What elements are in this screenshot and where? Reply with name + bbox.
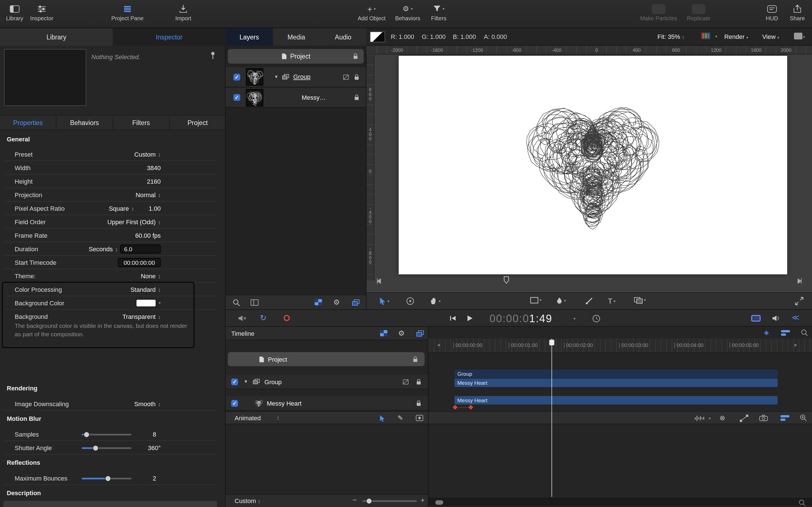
background-color-well[interactable] xyxy=(136,299,156,307)
background-popup[interactable]: Transparent↕ xyxy=(122,310,161,323)
chevron-down-icon[interactable]: ▾ xyxy=(709,416,711,421)
horizontal-scrollbar[interactable] xyxy=(428,498,812,506)
keyframe-box-icon[interactable] xyxy=(416,414,423,421)
cursor-arrow-icon[interactable] xyxy=(379,414,386,422)
lock-icon[interactable] xyxy=(416,379,421,385)
messy-visibility-checkbox[interactable]: ✓ xyxy=(234,94,240,101)
speaker-icon[interactable] xyxy=(772,315,780,322)
import-button[interactable]: Import xyxy=(169,3,197,21)
checkerboard-icon[interactable] xyxy=(315,299,322,305)
lock-icon[interactable] xyxy=(413,356,418,363)
view-menu[interactable]: View ▾ xyxy=(762,33,779,40)
make-particles-button[interactable]: Make Particles xyxy=(634,3,683,21)
duration-input[interactable]: 6.0 xyxy=(120,244,161,253)
play-range-end-marker[interactable] xyxy=(797,278,802,284)
downscaling-popup[interactable]: Smooth↕ xyxy=(134,397,161,411)
zoom-in-icon[interactable]: + xyxy=(421,496,424,504)
display-options-icon[interactable]: ▾ xyxy=(794,32,805,40)
lock-icon[interactable] xyxy=(353,53,358,60)
tab-project[interactable]: Project xyxy=(170,115,226,129)
timeline-row-messy-heart[interactable]: ✓ Messy Heart xyxy=(225,396,428,411)
samples-slider[interactable] xyxy=(82,434,132,436)
tab-properties[interactable]: Properties xyxy=(0,115,57,129)
composition-canvas[interactable] xyxy=(399,56,787,274)
gear-icon[interactable]: ⚙ xyxy=(333,298,340,306)
keyframe-diamond-icon[interactable]: ◈ xyxy=(764,329,769,336)
paint-stroke-tool[interactable] xyxy=(585,297,593,305)
disclosure-triangle[interactable]: ▼ xyxy=(274,74,278,79)
tab-filters[interactable]: Filters xyxy=(113,115,170,129)
share-button[interactable]: Share xyxy=(785,3,810,21)
duration-unit-popup[interactable]: Seconds xyxy=(89,245,113,252)
description-field[interactable] xyxy=(3,501,217,507)
layer-row-group[interactable]: ✓ ▼ Group xyxy=(225,67,366,87)
gear-icon[interactable]: ⚙ xyxy=(398,330,405,337)
mute-icon[interactable] xyxy=(238,315,247,322)
blend-mode-icon[interactable] xyxy=(343,74,349,80)
out-point-marker[interactable]: » xyxy=(794,342,797,348)
no-keyframes-icon[interactable]: ⊗ xyxy=(719,414,725,422)
par-popup[interactable]: Square↕1.00 xyxy=(109,202,161,215)
messy-heart-track-bar[interactable]: Messy Heart xyxy=(455,379,777,387)
preset-popup[interactable]: Custom↕ xyxy=(134,148,161,161)
pan-tool[interactable]: ▾ xyxy=(430,297,441,305)
zoom-to-playhead-icon[interactable] xyxy=(801,329,808,336)
replicate-button[interactable]: Replicate xyxy=(678,3,719,21)
timeline-ruler[interactable]: « 00:00:00:00 00:00:01:00 00:00:02:00 00… xyxy=(428,339,812,353)
loop-icon[interactable]: ↻ xyxy=(260,313,266,322)
motion-blur-toggle-icon[interactable]: ≪ xyxy=(792,313,799,322)
color-swatch[interactable] xyxy=(370,32,385,42)
hud-button[interactable]: HUD xyxy=(760,3,784,21)
layers-stack-icon[interactable] xyxy=(416,330,424,337)
messy-layer-name[interactable]: Messy… xyxy=(302,94,326,101)
timebase-popup[interactable]: Custom ↕ xyxy=(235,497,260,504)
lock-icon[interactable] xyxy=(416,400,421,407)
filters-toolbar-button[interactable]: ▾ Filters xyxy=(423,3,455,21)
tab-behaviors[interactable]: Behaviors xyxy=(57,115,113,129)
field-order-popup[interactable]: Upper First (Odd)↕ xyxy=(107,215,161,229)
color-channels-icon[interactable] xyxy=(701,32,711,40)
record-icon[interactable] xyxy=(284,315,290,321)
group-visibility-checkbox[interactable]: ✓ xyxy=(234,74,240,80)
add-object-button[interactable]: +▾ Add Object xyxy=(352,3,391,21)
in-point-marker[interactable]: « xyxy=(438,342,441,348)
play-button[interactable] xyxy=(467,315,473,322)
timer-icon[interactable] xyxy=(592,314,601,323)
maximum-bounces-slider[interactable] xyxy=(82,478,132,480)
group-track-bar[interactable]: Group xyxy=(455,370,777,378)
lock-icon[interactable] xyxy=(354,74,359,80)
timeline-zoom-slider[interactable] xyxy=(363,500,417,502)
zoom-in-icon[interactable] xyxy=(800,414,807,421)
select-tool[interactable]: ▾ xyxy=(379,297,389,305)
theme-popup[interactable]: None↕ xyxy=(141,269,161,283)
rectangle-tool[interactable]: ▾ xyxy=(530,297,542,304)
checkerboard-icon[interactable] xyxy=(380,330,388,336)
zoom-fit-icon[interactable] xyxy=(799,499,806,506)
fullscreen-icon[interactable] xyxy=(795,297,804,305)
inspector-toolbar-button[interactable]: Inspector xyxy=(29,3,54,21)
width-value[interactable]: 3840 xyxy=(147,161,161,175)
messy-checkbox[interactable]: ✓ xyxy=(231,400,238,406)
search-icon[interactable] xyxy=(232,298,240,306)
group-layer-name[interactable]: Group xyxy=(293,73,310,80)
shape-mask-tool[interactable]: ▾ xyxy=(634,297,646,304)
timeline-project-row[interactable]: Project xyxy=(228,352,424,366)
timeline-row-group[interactable]: ✓ ▼ Group xyxy=(225,375,428,389)
disclosure-triangle[interactable]: ▼ xyxy=(244,379,248,384)
fit-zoom-control[interactable]: Fit: 35% ↕ xyxy=(658,33,684,40)
start-timecode-input[interactable]: 00:00:00:00 xyxy=(118,258,161,267)
pin-icon[interactable] xyxy=(210,51,216,60)
zoom-out-icon[interactable]: − xyxy=(352,496,357,504)
color-processing-popup[interactable]: Standard↕ xyxy=(131,283,161,296)
behaviors-toolbar-button[interactable]: ⚙▾ Behaviors xyxy=(390,3,426,21)
mini-timeline-icon[interactable] xyxy=(780,415,790,421)
chevron-down-icon[interactable]: ▾ xyxy=(573,317,575,321)
shutter-angle-slider[interactable] xyxy=(82,447,132,449)
display-toggle-icon[interactable] xyxy=(751,315,761,322)
layers-project-row[interactable]: Project xyxy=(228,49,364,64)
keyframe-diamond[interactable] xyxy=(469,405,473,410)
play-range-start-marker[interactable] xyxy=(377,278,381,284)
tab-library[interactable]: Library xyxy=(0,28,113,46)
tab-inspector[interactable]: Inspector xyxy=(113,28,225,46)
go-to-start-button[interactable] xyxy=(449,316,456,321)
